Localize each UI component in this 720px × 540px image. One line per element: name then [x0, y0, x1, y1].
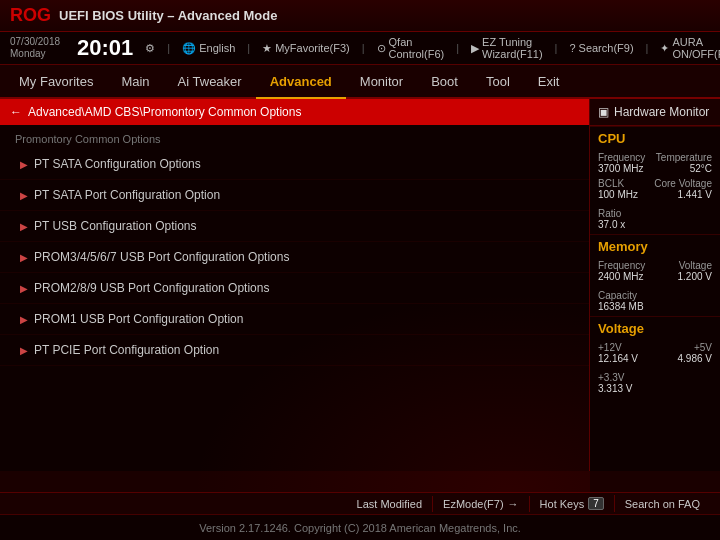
- memory-capacity-value: 16384 MB: [598, 301, 712, 312]
- language-icon: 🌐: [182, 42, 196, 55]
- nav-monitor[interactable]: Monitor: [346, 66, 417, 99]
- copyright-text: Version 2.17.1246. Copyright (C) 2018 Am…: [199, 522, 521, 534]
- rog-logo: ROG: [10, 5, 51, 26]
- hot-keys-btn[interactable]: Hot Keys 7: [530, 495, 615, 512]
- title-bar: ROG UEFI BIOS Utility – Advanced Mode: [0, 0, 720, 32]
- voltage-33v-value: 3.313 V: [598, 383, 712, 394]
- list-item[interactable]: ▶ PT USB Configuration Options: [0, 211, 589, 242]
- voltage-section-title: Voltage: [590, 316, 720, 340]
- hardware-monitor-title: ▣ Hardware Monitor: [590, 99, 720, 126]
- aura-icon: ✦: [660, 42, 669, 55]
- nav-bar: My Favorites Main Ai Tweaker Advanced Mo…: [0, 65, 720, 99]
- search-label: Search(F9): [579, 42, 634, 54]
- nav-boot[interactable]: Boot: [417, 66, 472, 99]
- voltage-12v-value: 12.164 V: [598, 353, 638, 364]
- fan-icon: ⊙: [377, 42, 386, 55]
- memory-capacity-section: Capacity 16384 MB: [590, 284, 720, 316]
- search-faq-btn[interactable]: Search on FAQ: [615, 496, 710, 512]
- cpu-ratio-label: Ratio: [598, 208, 712, 219]
- list-item[interactable]: ▶ PROM1 USB Port Configuration Option: [0, 304, 589, 335]
- cpu-frequency-row: Frequency 3700 MHz Temperature 52°C: [590, 150, 720, 176]
- chevron-right-icon: ▶: [20, 345, 28, 356]
- voltage-33v-section: +3.3V 3.313 V: [590, 366, 720, 398]
- cpu-bclk-row: BCLK 100 MHz Core Voltage 1.441 V: [590, 176, 720, 202]
- ez-icon: ▶: [471, 42, 479, 55]
- cpu-bclk-label: BCLK: [598, 178, 638, 189]
- ez-mode-label: EzMode(F7): [443, 498, 504, 510]
- cpu-section-title: CPU: [590, 126, 720, 150]
- hot-keys-key: 7: [588, 497, 604, 510]
- nav-main[interactable]: Main: [107, 66, 163, 99]
- memory-voltage-label: Voltage: [678, 260, 712, 271]
- cpu-frequency-label: Frequency: [598, 152, 645, 163]
- last-modified-label: Last Modified: [357, 498, 422, 510]
- section-label: Promontory Common Options: [0, 125, 589, 149]
- menu-item-label: PT USB Configuration Options: [34, 219, 197, 233]
- cpu-ratio-value: 37.0 x: [598, 219, 712, 230]
- my-favorites-btn[interactable]: ★ MyFavorite(F3): [262, 42, 350, 55]
- aura-btn[interactable]: ✦ AURA ON/OFF(F4): [660, 36, 720, 60]
- aura-label: AURA ON/OFF(F4): [672, 36, 720, 60]
- bottom-bar: Last Modified EzMode(F7) → Hot Keys 7 Se…: [0, 492, 720, 514]
- chevron-right-icon: ▶: [20, 190, 28, 201]
- chevron-right-icon: ▶: [20, 314, 28, 325]
- voltage-12v-row: +12V 12.164 V +5V 4.986 V: [590, 340, 720, 366]
- bios-title: UEFI BIOS Utility – Advanced Mode: [59, 8, 277, 23]
- cpu-ratio-section: Ratio 37.0 x: [590, 202, 720, 234]
- last-modified-btn[interactable]: Last Modified: [347, 496, 433, 512]
- nav-tool[interactable]: Tool: [472, 66, 524, 99]
- qfan-control-btn[interactable]: ⊙ Qfan Control(F6): [377, 36, 445, 60]
- menu-item-label: PT SATA Configuration Options: [34, 157, 201, 171]
- hardware-monitor-panel: ▣ Hardware Monitor CPU Frequency 3700 MH…: [590, 99, 720, 471]
- nav-exit[interactable]: Exit: [524, 66, 574, 99]
- menu-item-label: PROM1 USB Port Configuration Option: [34, 312, 243, 326]
- memory-frequency-row: Frequency 2400 MHz Voltage 1.200 V: [590, 258, 720, 284]
- settings-icon[interactable]: ⚙: [145, 42, 155, 55]
- voltage-5v-value: 4.986 V: [678, 353, 712, 364]
- monitor-icon: ▣: [598, 105, 609, 119]
- ez-mode-btn[interactable]: EzMode(F7) →: [433, 496, 530, 512]
- list-item[interactable]: ▶ PT SATA Configuration Options: [0, 149, 589, 180]
- list-item[interactable]: ▶ PROM3/4/5/6/7 USB Port Configuration O…: [0, 242, 589, 273]
- nav-my-favorites[interactable]: My Favorites: [5, 66, 107, 99]
- nav-advanced[interactable]: Advanced: [256, 66, 346, 99]
- voltage-33v-label: +3.3V: [598, 372, 712, 383]
- search-icon: ?: [569, 42, 575, 54]
- list-item[interactable]: ▶ PT SATA Port Configuration Option: [0, 180, 589, 211]
- chevron-right-icon: ▶: [20, 283, 28, 294]
- search-btn[interactable]: ? Search(F9): [569, 42, 633, 54]
- main-area: ← Advanced\AMD CBS\Promontory Common Opt…: [0, 99, 720, 471]
- list-item[interactable]: ▶ PT PCIE Port Configuration Option: [0, 335, 589, 366]
- hardware-monitor-label: Hardware Monitor: [614, 105, 709, 119]
- language-selector[interactable]: 🌐 English: [182, 42, 235, 55]
- menu-item-label: PT PCIE Port Configuration Option: [34, 343, 219, 357]
- memory-capacity-label: Capacity: [598, 290, 712, 301]
- favorites-label: MyFavorite(F3): [275, 42, 350, 54]
- nav-ai-tweaker[interactable]: Ai Tweaker: [164, 66, 256, 99]
- menu-item-label: PT SATA Port Configuration Option: [34, 188, 220, 202]
- copyright-bar: Version 2.17.1246. Copyright (C) 2018 Am…: [0, 514, 720, 540]
- info-bar: 07/30/2018 Monday 20:01 ⚙ | 🌐 English | …: [0, 32, 720, 65]
- favorites-icon: ★: [262, 42, 272, 55]
- cpu-core-voltage-label: Core Voltage: [654, 178, 712, 189]
- breadcrumb-text: Advanced\AMD CBS\Promontory Common Optio…: [28, 105, 301, 119]
- left-panel: ← Advanced\AMD CBS\Promontory Common Opt…: [0, 99, 590, 471]
- ez-tuning-btn[interactable]: ▶ EZ Tuning Wizard(F11): [471, 36, 543, 60]
- cpu-temperature-label: Temperature: [656, 152, 712, 163]
- memory-frequency-label: Frequency: [598, 260, 645, 271]
- breadcrumb-arrow: ←: [10, 105, 22, 119]
- breadcrumb: ← Advanced\AMD CBS\Promontory Common Opt…: [0, 99, 589, 125]
- date-display: 07/30/2018: [10, 36, 60, 48]
- voltage-12v-label: +12V: [598, 342, 638, 353]
- cpu-core-voltage-value: 1.441 V: [654, 189, 712, 200]
- cpu-frequency-value: 3700 MHz: [598, 163, 645, 174]
- cpu-temperature-value: 52°C: [656, 163, 712, 174]
- list-item[interactable]: ▶ PROM2/8/9 USB Port Configuration Optio…: [0, 273, 589, 304]
- memory-voltage-value: 1.200 V: [678, 271, 712, 282]
- language-label: English: [199, 42, 235, 54]
- search-faq-label: Search on FAQ: [625, 498, 700, 510]
- menu-item-label: PROM2/8/9 USB Port Configuration Options: [34, 281, 269, 295]
- datetime-display: 07/30/2018 Monday: [10, 36, 60, 60]
- voltage-5v-label: +5V: [678, 342, 712, 353]
- ez-mode-icon: →: [508, 498, 519, 510]
